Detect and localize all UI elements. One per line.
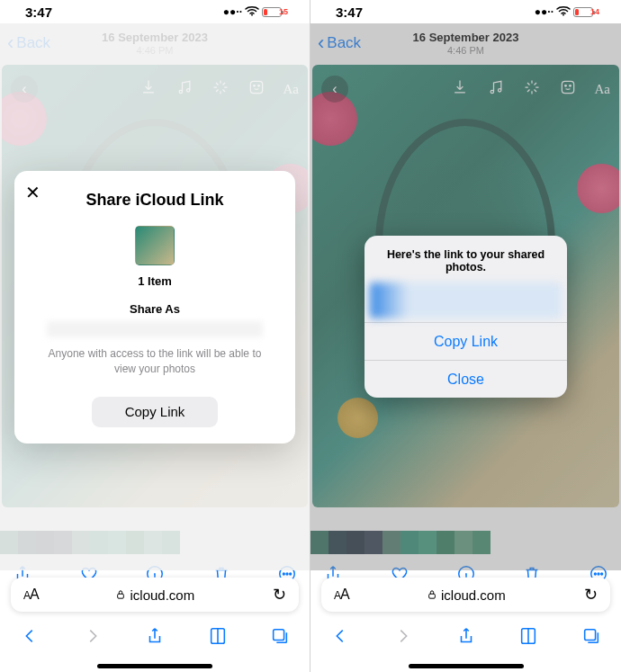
nav-back-icon[interactable]: [330, 626, 350, 650]
nav-forward-icon: [83, 626, 103, 650]
safari-address-bar[interactable]: AA icloud.com ↻: [11, 578, 299, 612]
svg-point-6: [283, 573, 284, 575]
wifi-icon: [556, 5, 571, 19]
wifi-icon: [245, 5, 259, 19]
battery-percentage: 15: [279, 7, 288, 16]
cellular-icon: ●●∙∙: [535, 5, 554, 18]
safari-share-icon[interactable]: [456, 626, 476, 650]
safari-address-bar[interactable]: AA icloud.com ↻: [321, 578, 610, 612]
status-time: 3:47: [336, 4, 363, 20]
svg-rect-21: [585, 630, 596, 641]
bookmarks-icon[interactable]: [518, 626, 538, 650]
safari-share-icon[interactable]: [145, 626, 165, 650]
close-icon[interactable]: ✕: [25, 182, 40, 203]
alert-close-button[interactable]: Close: [364, 360, 567, 398]
text-size-icon[interactable]: AA: [334, 587, 349, 603]
cellular-icon: ●●∙∙: [223, 5, 242, 18]
lock-icon: [116, 589, 125, 600]
item-count: 1 Item: [29, 274, 281, 288]
home-indicator: [409, 664, 524, 668]
home-indicator: [97, 664, 212, 668]
status-indicators: ●●∙∙ 15: [223, 5, 288, 19]
url-domain: icloud.com: [130, 587, 194, 603]
svg-rect-20: [429, 594, 436, 598]
alert-copy-link-button[interactable]: Copy Link: [364, 322, 567, 360]
url-domain: icloud.com: [441, 587, 506, 603]
tabs-icon[interactable]: [581, 626, 601, 650]
share-as-value-redacted: [47, 321, 263, 337]
shared-link-redacted: [370, 282, 562, 318]
lock-icon: [428, 589, 436, 600]
shared-link-alert: Here's the link to your shared photos. C…: [364, 236, 567, 398]
share-icloud-sheet: ✕ Share iCloud Link 1 Item Share As Anyo…: [14, 171, 295, 444]
bookmarks-icon[interactable]: [208, 626, 228, 650]
sheet-thumbnail: [135, 226, 175, 265]
svg-point-19: [601, 573, 603, 575]
svg-point-7: [286, 573, 288, 575]
alert-heading: Here's the link to your shared photos.: [364, 236, 567, 282]
svg-point-18: [598, 573, 599, 575]
reload-icon[interactable]: ↻: [584, 585, 598, 605]
share-description: Anyone with access to the link will be a…: [45, 346, 265, 377]
nav-forward-icon: [393, 626, 413, 650]
svg-rect-9: [118, 594, 124, 598]
copy-link-button[interactable]: Copy Link: [92, 397, 218, 427]
reload-icon[interactable]: ↻: [273, 585, 286, 605]
svg-point-8: [290, 573, 292, 575]
battery-percentage: 14: [590, 7, 599, 16]
svg-point-17: [594, 573, 596, 575]
nav-back-icon[interactable]: [20, 626, 40, 650]
status-time: 3:47: [25, 4, 52, 20]
tabs-icon[interactable]: [270, 626, 290, 650]
sheet-title: Share iCloud Link: [29, 191, 281, 210]
status-indicators: ●●∙∙ 14: [535, 5, 599, 19]
svg-rect-10: [274, 630, 284, 641]
svg-point-11: [562, 13, 564, 15]
text-size-icon[interactable]: AA: [23, 587, 39, 603]
share-as-label: Share As: [29, 302, 281, 316]
svg-point-0: [251, 13, 253, 15]
